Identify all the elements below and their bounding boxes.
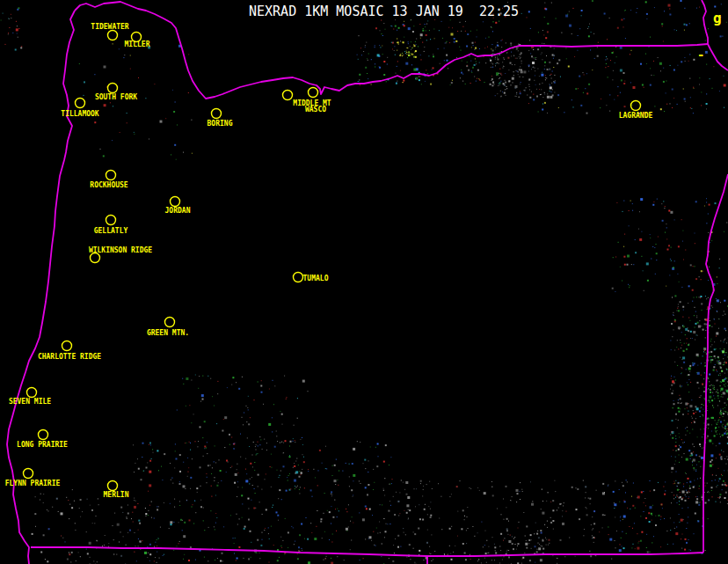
station-marker-long-prairie[interactable] — [39, 430, 48, 440]
station-label-miller: MILLER — [125, 41, 150, 48]
station-label-merlin: MERLIN — [104, 492, 129, 499]
station-marker-wasco[interactable] — [309, 88, 318, 98]
radar-echo-cluster-bottom-left — [32, 489, 155, 564]
station-marker-south-fork[interactable] — [108, 84, 118, 93]
station-marker-jordan[interactable] — [171, 197, 180, 207]
station-marker-gellatly[interactable] — [106, 216, 116, 225]
station-marker-tillamook[interactable] — [76, 99, 85, 108]
station-marker-merlin[interactable] — [108, 481, 118, 491]
station-marker-seven-mile[interactable] — [27, 388, 37, 398]
station-label-tillamook: TILLAMOOK — [61, 111, 98, 118]
station-marker-middle-mt[interactable] — [283, 91, 293, 100]
station-label-lagrande: LAGRANDE — [619, 113, 653, 120]
radar-echo-cluster-south-center-gray — [379, 480, 615, 564]
station-label-long-prairie: LONG PRAIRIE — [17, 442, 68, 449]
station-label-charlotte-ridge: CHARLOTTE RIDGE — [38, 354, 101, 361]
radar-mosaic-map[interactable]: NEXRAD 1KM MOSAIC 13 JAN 19 22:25 TIDEWA… — [0, 0, 728, 564]
radar-echo-cluster-south-main — [132, 440, 396, 564]
station-marker-tidewater[interactable] — [108, 31, 118, 40]
radar-echo-cluster-nw-coast-specks — [79, 43, 193, 159]
station-marker-tumalo[interactable] — [294, 273, 303, 282]
station-marker-green-mtn[interactable] — [165, 318, 175, 327]
station-label-tidewater: TIDEWATER — [91, 24, 128, 31]
radar-echo-cluster-bright-core — [397, 39, 417, 58]
edge-label-fragment-0: g — [713, 10, 722, 26]
radar-echo-cluster-ne-gray-blob — [490, 42, 556, 99]
station-label-seven-mile: SEVEN MILE — [9, 399, 51, 406]
station-label-tumalo: TUMALO — [303, 275, 329, 282]
state-boundary-south-border — [31, 547, 703, 556]
map-canvas — [0, 0, 728, 564]
radar-echo-cluster-ne-corner — [491, 0, 727, 43]
station-marker-flynn-prairie[interactable] — [24, 469, 33, 479]
station-label-wilkinson-ridge: WILKINSON RIDGE — [89, 247, 152, 254]
station-marker-charlotte-ridge[interactable] — [62, 341, 72, 351]
radar-echo-cluster-south-upper — [177, 375, 309, 490]
station-label-flynn-prairie: FLYNN PRAIRIE — [5, 480, 61, 487]
station-marker-boring[interactable] — [212, 109, 222, 119]
mosaic-title: NEXRAD 1KM MOSAIC 13 JAN 19 22:25 — [249, 5, 519, 18]
station-marker-wilkinson-ridge[interactable] — [91, 253, 100, 263]
station-label-gellatly: GELLATLY — [94, 228, 128, 235]
station-label-wasco: WASCO — [305, 106, 326, 114]
radar-echo-cluster-ne-scatter — [528, 46, 726, 114]
radar-echo-cluster-east-band — [670, 295, 728, 505]
radar-echo-cluster-bottom-mid-sparse — [481, 537, 550, 564]
radar-echo-cluster-left-edge-top — [1, 7, 23, 50]
radar-echo-cluster-se-cluster — [608, 480, 709, 554]
station-label-south-fork: SOUTH FORK — [95, 94, 137, 101]
station-marker-rockhouse[interactable] — [106, 171, 116, 180]
edge-label-fragment-1: - — [697, 48, 704, 62]
station-label-boring: BORING — [207, 121, 233, 128]
station-label-rockhouse: ROCKHOUSE — [90, 182, 127, 189]
station-label-green-mtn: GREEN MTN. — [147, 330, 189, 337]
station-label-jordan: JORDAN — [165, 208, 191, 215]
